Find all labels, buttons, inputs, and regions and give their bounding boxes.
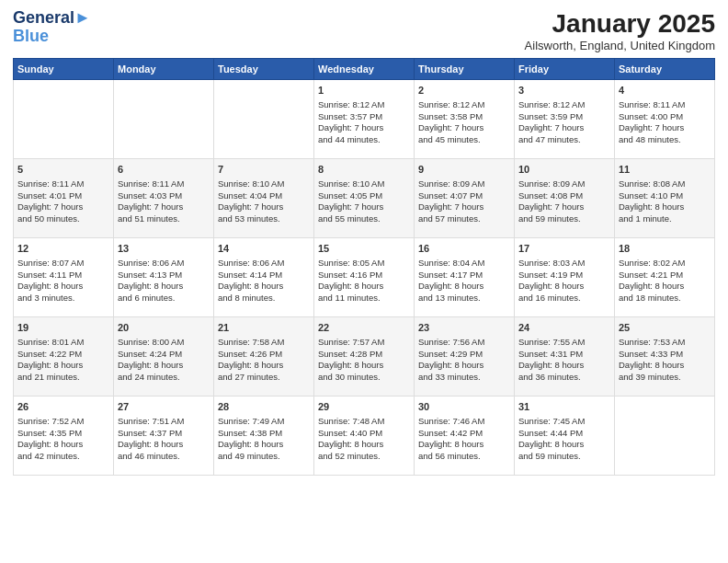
day-number: 27 — [118, 400, 210, 414]
day-number: 15 — [318, 242, 410, 256]
day-cell: 24Sunrise: 7:55 AMSunset: 4:31 PMDayligh… — [515, 317, 615, 396]
day-info-line: Daylight: 8 hours — [518, 439, 610, 451]
day-info-line: and 3 minutes. — [17, 293, 109, 304]
day-info-line: Sunset: 4:13 PM — [118, 270, 210, 282]
day-cell: 29Sunrise: 7:48 AMSunset: 4:40 PMDayligh… — [314, 396, 415, 476]
day-number: 19 — [17, 321, 109, 335]
day-info-line: and 51 minutes. — [118, 213, 210, 225]
day-info-line: Sunset: 4:04 PM — [218, 190, 310, 202]
day-info-line: Daylight: 7 hours — [418, 201, 510, 213]
day-info-line: Daylight: 8 hours — [318, 360, 410, 372]
day-info-line: and 55 minutes. — [318, 213, 410, 225]
day-info-line: Daylight: 8 hours — [318, 281, 410, 293]
day-info-line: Sunset: 3:58 PM — [418, 111, 510, 123]
day-info-line: Sunset: 4:28 PM — [318, 349, 410, 361]
day-number: 11 — [619, 163, 711, 177]
day-info-line: Sunset: 4:05 PM — [318, 190, 410, 202]
day-number: 1 — [318, 84, 410, 98]
day-info-line: and 36 minutes. — [518, 372, 610, 384]
day-info-line: Daylight: 8 hours — [218, 360, 310, 372]
day-info-line: Daylight: 8 hours — [518, 360, 610, 372]
day-info-line: Sunrise: 8:10 AM — [218, 178, 310, 190]
day-info-line: Sunset: 4:29 PM — [418, 349, 510, 361]
day-cell: 11Sunrise: 8:08 AMSunset: 4:10 PMDayligh… — [615, 159, 715, 238]
day-cell: 25Sunrise: 7:53 AMSunset: 4:33 PMDayligh… — [615, 317, 715, 396]
day-cell: 6Sunrise: 8:11 AMSunset: 4:03 PMDaylight… — [114, 159, 214, 238]
day-info-line: Sunset: 4:11 PM — [17, 270, 109, 282]
day-info-line: Daylight: 8 hours — [118, 360, 210, 372]
day-cell: 22Sunrise: 7:57 AMSunset: 4:28 PMDayligh… — [314, 317, 415, 396]
day-cell: 19Sunrise: 8:01 AMSunset: 4:22 PMDayligh… — [14, 317, 114, 396]
day-info-line: and 21 minutes. — [17, 372, 109, 384]
day-info-line: Sunset: 4:08 PM — [518, 190, 610, 202]
day-info-line: Sunrise: 8:12 AM — [518, 99, 610, 111]
day-info-line: Sunrise: 7:57 AM — [318, 337, 410, 349]
title-block: January 2025 Ailsworth, England, United … — [525, 9, 715, 52]
weekday-header-thursday: Thursday — [415, 59, 515, 80]
day-info-line: Daylight: 8 hours — [619, 360, 711, 372]
day-info-line: Daylight: 7 hours — [518, 201, 610, 213]
day-info-line: and 48 minutes. — [619, 134, 711, 146]
day-cell: 12Sunrise: 8:07 AMSunset: 4:11 PMDayligh… — [14, 238, 114, 317]
day-cell: 5Sunrise: 8:11 AMSunset: 4:01 PMDaylight… — [14, 159, 114, 238]
day-info-line: Sunrise: 7:52 AM — [17, 416, 109, 428]
week-row-4: 19Sunrise: 8:01 AMSunset: 4:22 PMDayligh… — [14, 317, 715, 396]
day-info-line: Daylight: 8 hours — [118, 281, 210, 293]
day-info-line: Daylight: 8 hours — [418, 439, 510, 451]
day-cell: 13Sunrise: 8:06 AMSunset: 4:13 PMDayligh… — [114, 238, 214, 317]
day-info-line: and 27 minutes. — [218, 372, 310, 384]
day-cell: 16Sunrise: 8:04 AMSunset: 4:17 PMDayligh… — [415, 238, 515, 317]
day-info-line: Sunset: 3:59 PM — [518, 111, 610, 123]
day-info-line: Sunrise: 8:00 AM — [118, 337, 210, 349]
day-info-line: Sunrise: 7:56 AM — [418, 337, 510, 349]
day-cell: 17Sunrise: 8:03 AMSunset: 4:19 PMDayligh… — [515, 238, 615, 317]
weekday-header-monday: Monday — [114, 59, 214, 80]
day-number: 25 — [619, 321, 711, 335]
day-info-line: Sunrise: 7:49 AM — [218, 416, 310, 428]
day-info-line: Daylight: 8 hours — [518, 281, 610, 293]
day-cell: 23Sunrise: 7:56 AMSunset: 4:29 PMDayligh… — [415, 317, 515, 396]
calendar-subtitle: Ailsworth, England, United Kingdom — [525, 39, 715, 52]
day-cell: 18Sunrise: 8:02 AMSunset: 4:21 PMDayligh… — [615, 238, 715, 317]
day-number: 3 — [518, 84, 610, 98]
day-info-line: Sunset: 4:17 PM — [418, 270, 510, 282]
day-info-line: Daylight: 7 hours — [518, 122, 610, 134]
calendar-table: SundayMondayTuesdayWednesdayThursdayFrid… — [13, 58, 715, 476]
day-info-line: Daylight: 7 hours — [418, 122, 510, 134]
day-number: 29 — [318, 400, 410, 414]
day-info-line: Sunrise: 7:46 AM — [418, 416, 510, 428]
day-number: 21 — [218, 321, 310, 335]
calendar-page: General► Blue January 2025 Ailsworth, En… — [0, 0, 728, 563]
day-info-line: and 42 minutes. — [17, 451, 109, 463]
logo: General► Blue — [13, 9, 91, 46]
day-info-line: Sunset: 4:37 PM — [118, 428, 210, 440]
day-info-line: Sunrise: 8:08 AM — [619, 178, 711, 190]
day-info-line: Sunrise: 8:07 AM — [17, 258, 109, 270]
day-info-line: Sunrise: 8:01 AM — [17, 337, 109, 349]
day-info-line: Sunrise: 7:53 AM — [619, 337, 711, 349]
day-number: 13 — [118, 242, 210, 256]
day-info-line: Sunrise: 7:45 AM — [518, 416, 610, 428]
day-number: 2 — [418, 84, 510, 98]
day-info-line: Sunrise: 8:03 AM — [518, 258, 610, 270]
day-info-line: Sunset: 4:19 PM — [518, 270, 610, 282]
calendar-title: January 2025 — [525, 9, 715, 39]
day-number: 28 — [218, 400, 310, 414]
day-info-line: Daylight: 8 hours — [619, 281, 711, 293]
day-cell — [214, 80, 314, 159]
day-number: 24 — [518, 321, 610, 335]
day-info-line: Daylight: 8 hours — [318, 439, 410, 451]
day-cell: 4Sunrise: 8:11 AMSunset: 4:00 PMDaylight… — [615, 80, 715, 159]
day-info-line: Sunrise: 8:11 AM — [17, 178, 109, 190]
day-info-line: and 16 minutes. — [518, 293, 610, 304]
weekday-header-wednesday: Wednesday — [314, 59, 415, 80]
week-row-1: 1Sunrise: 8:12 AMSunset: 3:57 PMDaylight… — [14, 80, 715, 159]
day-info-line: Daylight: 7 hours — [17, 201, 109, 213]
day-info-line: Daylight: 7 hours — [619, 122, 711, 134]
day-info-line: and 46 minutes. — [118, 451, 210, 463]
day-info-line: Sunset: 4:24 PM — [118, 349, 210, 361]
week-row-2: 5Sunrise: 8:11 AMSunset: 4:01 PMDaylight… — [14, 159, 715, 238]
day-info-line: and 1 minute. — [619, 213, 711, 225]
day-cell: 14Sunrise: 8:06 AMSunset: 4:14 PMDayligh… — [214, 238, 314, 317]
day-info-line: Daylight: 8 hours — [17, 439, 109, 451]
